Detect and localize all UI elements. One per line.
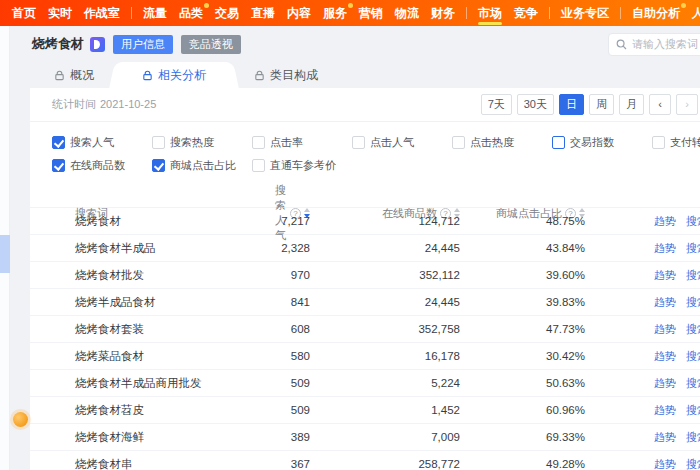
online-products-cell: 7,009: [310, 431, 460, 443]
metric-checkbox-item[interactable]: 直通车参考价: [252, 158, 352, 173]
stat-date: 2021-10-25: [100, 98, 156, 110]
search-analysis-link[interactable]: 搜索: [686, 457, 700, 470]
search-analysis-link[interactable]: 搜索: [686, 349, 700, 364]
nav-item[interactable]: 营销: [353, 0, 389, 26]
mall-click-ratio-cell: 69.33%: [460, 431, 585, 443]
tab-related-analysis[interactable]: 相关分析: [118, 62, 230, 88]
date-range-button[interactable]: 30天: [517, 94, 554, 115]
metric-checkbox-item[interactable]: 在线商品数: [52, 158, 152, 173]
metric-checkbox-item[interactable]: 支付转化率: [652, 135, 700, 150]
trend-link[interactable]: 趋势: [654, 295, 676, 310]
date-range-button[interactable]: 7天: [481, 94, 512, 115]
date-range-button[interactable]: 月: [619, 94, 644, 115]
floating-service-icon[interactable]: [13, 412, 28, 427]
mall-click-ratio-cell: 48.75%: [460, 215, 585, 227]
metric-checkbox-item[interactable]: 点击热度: [452, 135, 552, 150]
nav-divider: [620, 7, 621, 19]
metric-checkbox-item[interactable]: 商城点击占比: [152, 158, 252, 173]
checkbox-icon[interactable]: [652, 136, 665, 149]
search-popularity-cell: 367: [275, 458, 310, 470]
nav-item-label: 首页: [12, 6, 36, 20]
nav-item[interactable]: 财务: [425, 0, 461, 26]
nav-item[interactable]: 市场: [472, 0, 508, 26]
keyword-cell: 烧烤食材半成品: [30, 241, 275, 256]
checkbox-icon[interactable]: [452, 136, 465, 149]
trend-link[interactable]: 趋势: [654, 241, 676, 256]
metric-checkbox-item[interactable]: 点击人气: [352, 135, 452, 150]
checkbox-icon[interactable]: [552, 136, 565, 149]
trend-link[interactable]: 趋势: [654, 349, 676, 364]
column-header[interactable]: 搜索人气: [275, 183, 310, 243]
date-range-button[interactable]: ›: [676, 94, 698, 115]
tab-label: 相关分析: [158, 67, 206, 84]
date-range-button[interactable]: 日: [559, 94, 584, 115]
competitor-insight-button[interactable]: 竞品透视: [181, 35, 241, 54]
metric-checkbox-item[interactable]: 交易指数: [552, 135, 652, 150]
online-products-cell: 16,178: [310, 350, 460, 362]
search-analysis-link[interactable]: 搜索: [686, 403, 700, 418]
trend-link[interactable]: 趋势: [654, 430, 676, 445]
user-info-button[interactable]: 用户信息: [113, 35, 173, 54]
nav-item[interactable]: 内容: [281, 0, 317, 26]
nav-item[interactable]: 竞争: [508, 0, 544, 26]
checkbox-icon[interactable]: [152, 159, 165, 172]
nav-item[interactable]: 品类: [173, 0, 209, 26]
metric-checkbox-item[interactable]: 搜索人气: [52, 135, 152, 150]
nav-item[interactable]: 人群: [686, 0, 700, 26]
nav-item[interactable]: 作战室: [78, 0, 126, 26]
keyword-brand-icon: [90, 37, 105, 52]
search-analysis-link[interactable]: 搜索: [686, 376, 700, 391]
checkbox-icon[interactable]: [52, 136, 65, 149]
checkbox-icon[interactable]: [52, 159, 65, 172]
nav-item[interactable]: 直播: [245, 0, 281, 26]
mall-click-ratio-cell: 30.42%: [460, 350, 585, 362]
search-analysis-link[interactable]: 搜索: [686, 268, 700, 283]
keyword-cell: 烧烤食材串: [30, 457, 275, 470]
checkbox-icon[interactable]: [252, 159, 265, 172]
checkbox-icon[interactable]: [352, 136, 365, 149]
search-placeholder: 请输入搜索词，搜: [632, 37, 700, 52]
trend-link[interactable]: 趋势: [654, 376, 676, 391]
online-products-cell: 352,112: [310, 269, 460, 281]
nav-item[interactable]: 流量: [137, 0, 173, 26]
metric-checkbox-item[interactable]: 搜索热度: [152, 135, 252, 150]
sort-asc-icon[interactable]: [579, 208, 585, 212]
nav-item-label: 交易: [215, 6, 239, 20]
nav-item[interactable]: 实时: [42, 0, 78, 26]
metric-label: 点击率: [270, 135, 303, 150]
collapsed-sidebar[interactable]: [0, 26, 10, 470]
trend-link[interactable]: 趋势: [654, 322, 676, 337]
search-analysis-link[interactable]: 搜索: [686, 322, 700, 337]
trend-link[interactable]: 趋势: [654, 268, 676, 283]
nav-item[interactable]: 首页: [6, 0, 42, 26]
date-range-button[interactable]: ‹: [649, 94, 671, 115]
metric-checkbox-item[interactable]: 点击率: [252, 135, 352, 150]
trend-link[interactable]: 趋势: [654, 457, 676, 470]
search-analysis-link[interactable]: 搜索: [686, 430, 700, 445]
search-analysis-link[interactable]: 搜索: [686, 295, 700, 310]
nav-item[interactable]: 服务: [317, 0, 353, 26]
stats-toolbar: 统计时间2021-10-25 7天30天日周月‹›: [30, 88, 700, 122]
checkbox-icon[interactable]: [152, 136, 165, 149]
search-popularity-cell: 580: [275, 350, 310, 362]
nav-item[interactable]: 自助分析: [626, 0, 686, 26]
mall-click-ratio-cell: 43.84%: [460, 242, 585, 254]
search-input[interactable]: 请输入搜索词，搜: [608, 33, 700, 56]
tab-overview[interactable]: 概况: [30, 62, 118, 88]
online-products-cell: 258,772: [310, 458, 460, 470]
checkbox-icon[interactable]: [252, 136, 265, 149]
metric-label: 搜索人气: [70, 135, 114, 150]
tab-category-composition[interactable]: 类目构成: [230, 62, 342, 88]
keywords-table: 搜索词 搜索人气 在线商品数 商城点击占比 烧烤食材 7,217 124,712…: [30, 183, 700, 470]
search-analysis-link[interactable]: 搜索: [686, 214, 700, 229]
nav-item[interactable]: 交易: [209, 0, 245, 26]
search-analysis-link[interactable]: 搜索: [686, 241, 700, 256]
nav-item[interactable]: 物流: [389, 0, 425, 26]
lock-icon: [254, 70, 265, 81]
trend-link[interactable]: 趋势: [654, 403, 676, 418]
search-popularity-cell: 841: [275, 296, 310, 308]
lock-icon: [142, 70, 153, 81]
trend-link[interactable]: 趋势: [654, 214, 676, 229]
date-range-button[interactable]: 周: [589, 94, 614, 115]
nav-item[interactable]: 业务专区: [555, 0, 615, 26]
